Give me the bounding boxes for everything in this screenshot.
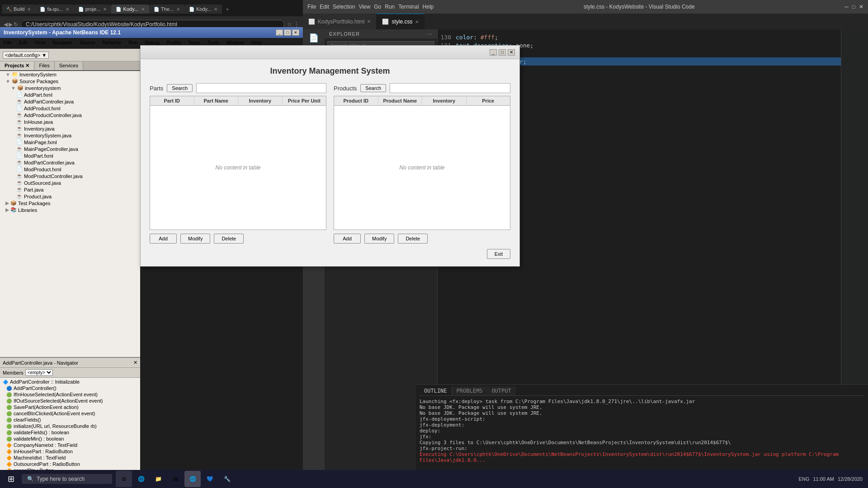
- explorer-icon[interactable]: 📄: [309, 33, 319, 43]
- nb-menu-source[interactable]: Source: [76, 39, 99, 46]
- nav-item-class[interactable]: 🔷 AddPartController :: Initializable: [1, 379, 139, 385]
- tree-mainpagecontroller[interactable]: ☕ MainPageController.java: [0, 145, 140, 152]
- parts-delete-button[interactable]: Delete: [214, 234, 244, 244]
- nav-item-method3[interactable]: 🟢 SavePart(ActionEvent action): [1, 404, 139, 410]
- tab-close-3[interactable]: ✕: [103, 7, 107, 12]
- menu-icon[interactable]: ⋮: [294, 21, 299, 28]
- browser-tab-6[interactable]: 📄 Kody... ✕: [184, 5, 222, 14]
- taskbar-app-edge[interactable]: 🌐: [133, 471, 149, 487]
- popup-close[interactable]: ✕: [508, 49, 515, 56]
- nav-item-method7[interactable]: 🟢 validateFields() : boolean: [1, 429, 139, 436]
- tab-close-2[interactable]: ✕: [66, 7, 69, 12]
- tree-addpart-fxml[interactable]: 📄 AddPart.fxml: [0, 91, 140, 98]
- tree-part[interactable]: ☕ Part.java: [0, 186, 140, 193]
- html-tab-close[interactable]: ✕: [367, 19, 371, 24]
- terminal-tab-problems[interactable]: PROBLEMS: [452, 386, 487, 395]
- tree-modpart-fxml[interactable]: 📄 ModPart.fxml: [0, 152, 140, 159]
- members-dropdown[interactable]: <empty>: [25, 369, 53, 376]
- nb-toolbar-dropdown[interactable]: <default.config> ▼: [3, 52, 49, 59]
- vscode-tab-css[interactable]: ⬜ style.css ✕: [377, 14, 425, 29]
- explorer-menu-icon[interactable]: ···: [427, 31, 433, 37]
- css-tab-close[interactable]: ✕: [415, 19, 419, 24]
- terminal-tab-outline[interactable]: OUTLINE: [420, 386, 452, 395]
- nb-close-button[interactable]: ✕: [292, 29, 299, 36]
- vscode-menu-run[interactable]: Run: [385, 4, 395, 10]
- tree-product[interactable]: ☕ Product.java: [0, 193, 140, 200]
- vscode-menu-help[interactable]: Help: [423, 4, 434, 10]
- taskbar-search[interactable]: 🔍 Type here to search: [22, 474, 112, 484]
- nav-item-constructor[interactable]: 🔵 AddPartController(): [1, 385, 139, 391]
- tab-close-4[interactable]: ✕: [141, 7, 145, 12]
- nav-item-field2[interactable]: 🔶 InHousePart : RadioButton: [1, 448, 139, 455]
- new-tab-button[interactable]: ＋: [222, 5, 233, 13]
- vscode-menu-view[interactable]: View: [359, 4, 370, 10]
- browser-tab-1[interactable]: 🔨 Build ✕: [2, 5, 35, 14]
- popup-maximize[interactable]: □: [499, 49, 506, 56]
- tree-modproductcontroller[interactable]: ☕ ModProductController.java: [0, 173, 140, 179]
- nb-menu-view[interactable]: View: [31, 39, 49, 46]
- nb-menu-run[interactable]: Run: [125, 39, 141, 46]
- nav-item-method8[interactable]: 🟢 validateMin() : boolean: [1, 436, 139, 442]
- tree-modproduct-fxml[interactable]: 📄 ModProduct.fxml: [0, 166, 140, 173]
- taskbar-app-store[interactable]: 🛍: [167, 471, 184, 487]
- terminal-tab-output[interactable]: OUTPUT: [487, 386, 515, 395]
- nb-menu-refactor[interactable]: Refactor: [99, 39, 125, 46]
- nb-menu-navigate[interactable]: Navigate: [49, 39, 75, 46]
- nb-menu-edit[interactable]: Edit: [15, 39, 31, 46]
- tree-source-packages[interactable]: ▼ 📦 Source Packages: [0, 78, 140, 84]
- tree-test-packages[interactable]: ▶ 📦 Test Packages: [0, 200, 140, 206]
- nav-item-field1[interactable]: 🔶 CompanyNametxt : TextField: [1, 442, 139, 448]
- nav-item-method5[interactable]: 🟢 clearFields(): [1, 417, 139, 423]
- vscode-maximize[interactable]: □: [852, 4, 855, 10]
- products-add-button[interactable]: Add: [334, 234, 361, 244]
- tree-addpartcontroller[interactable]: ☕ AddPartController.java: [0, 98, 140, 105]
- tab-close-5[interactable]: ✕: [176, 7, 180, 12]
- products-delete-button[interactable]: Delete: [398, 234, 428, 244]
- vscode-menu-file[interactable]: File: [307, 4, 316, 10]
- tree-inventorysystem-pkg[interactable]: ▼ 📦 inventorysystem: [0, 84, 140, 91]
- taskbar-app-chrome[interactable]: 🌐: [184, 471, 201, 487]
- nb-maximize-button[interactable]: □: [284, 29, 291, 36]
- nb-tab-services[interactable]: Services: [55, 61, 83, 70]
- parts-search-button[interactable]: Search: [167, 84, 193, 92]
- tree-modpartcontroller[interactable]: ☕ ModPartController.java: [0, 159, 140, 166]
- tree-inventorysystem[interactable]: ▼ 📁 InventorySystem: [0, 71, 140, 78]
- nav-item-method2[interactable]: 🟢 IfOutSourceSelected(ActionEvent event): [1, 398, 139, 404]
- nav-item-field3[interactable]: 🔶 MachineIdtxt : TextField: [1, 455, 139, 461]
- nav-item-method1[interactable]: 🟢 IfInHouseSelected(ActionEvent event): [1, 391, 139, 398]
- taskbar-app-vscode[interactable]: 💙: [202, 471, 218, 487]
- browser-tab-5[interactable]: 📄 The... ✕: [149, 5, 184, 14]
- nav-item-method6[interactable]: 🟢 initialize(URL url, ResourceBundle rb): [1, 423, 139, 429]
- nb-tab-files[interactable]: Files: [34, 61, 54, 70]
- nb-minimize-button[interactable]: _: [276, 29, 283, 36]
- tree-inventorysystem-java[interactable]: ☕ InventorySystem.java: [0, 132, 140, 139]
- tab-close-6[interactable]: ✕: [214, 7, 217, 12]
- start-button[interactable]: ⊞: [2, 471, 20, 487]
- products-search-button[interactable]: Search: [360, 84, 386, 92]
- parts-search-input[interactable]: [196, 83, 326, 93]
- navigator-close[interactable]: ✕: [133, 360, 137, 366]
- vscode-menu-go[interactable]: Go: [374, 4, 381, 10]
- products-search-input[interactable]: [390, 83, 510, 93]
- nb-menu-debug[interactable]: Debug: [141, 39, 163, 46]
- vscode-close[interactable]: ✕: [859, 4, 863, 10]
- nb-menu-team[interactable]: Team: [184, 39, 204, 46]
- parts-add-button[interactable]: Add: [150, 234, 177, 244]
- tree-outsourced[interactable]: ☕ OutSourced.java: [0, 179, 140, 186]
- vscode-menu-terminal[interactable]: Terminal: [398, 4, 419, 10]
- products-modify-button[interactable]: Modify: [364, 234, 394, 244]
- vscode-menu-selection[interactable]: Selection: [333, 4, 355, 10]
- tree-inventory[interactable]: ☕ Inventory.java: [0, 125, 140, 132]
- tree-addproduct-fxml[interactable]: 📄 AddProduct.fxml: [0, 105, 140, 112]
- taskbar-app-netbeans[interactable]: 🔧: [219, 471, 235, 487]
- browser-tab-3[interactable]: 📄 proje... ✕: [74, 5, 112, 14]
- tree-addproductcontroller[interactable]: ☕ AddProductController.java: [0, 112, 140, 118]
- vscode-menu-edit[interactable]: Edit: [320, 4, 329, 10]
- nb-menu-file[interactable]: File: [0, 39, 15, 46]
- exit-button[interactable]: Exit: [487, 249, 510, 259]
- nb-menu-tools[interactable]: Tools: [204, 39, 223, 46]
- forward-button[interactable]: ▶: [9, 21, 13, 28]
- nb-menu-profile[interactable]: Profile: [163, 39, 184, 46]
- bookmark-icon[interactable]: ☆: [287, 21, 292, 28]
- tree-inhouse[interactable]: ☕ InHouse.java: [0, 118, 140, 125]
